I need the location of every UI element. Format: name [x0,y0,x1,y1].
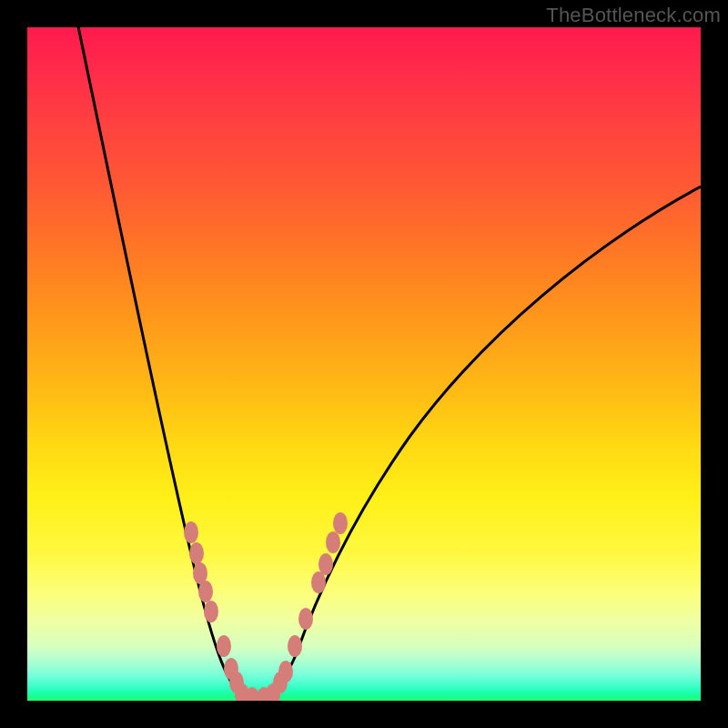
data-dot [278,661,293,682]
curve-svg [27,27,701,701]
data-dot [326,531,340,553]
data-dot [288,635,302,657]
chart-frame: TheBottleneck.com [0,0,728,728]
data-dot [189,542,204,564]
data-dot [204,601,218,622]
watermark-text: TheBottleneck.com [546,4,721,27]
dots-group [184,512,348,701]
plot-area [27,27,701,701]
curve-right [273,187,701,696]
data-dot [311,571,326,593]
data-dot [318,553,333,575]
data-dot [333,512,348,534]
data-dot [198,581,213,602]
data-dot [298,608,313,630]
data-dot [217,635,231,657]
curve-left [75,27,242,696]
data-dot [184,521,198,543]
